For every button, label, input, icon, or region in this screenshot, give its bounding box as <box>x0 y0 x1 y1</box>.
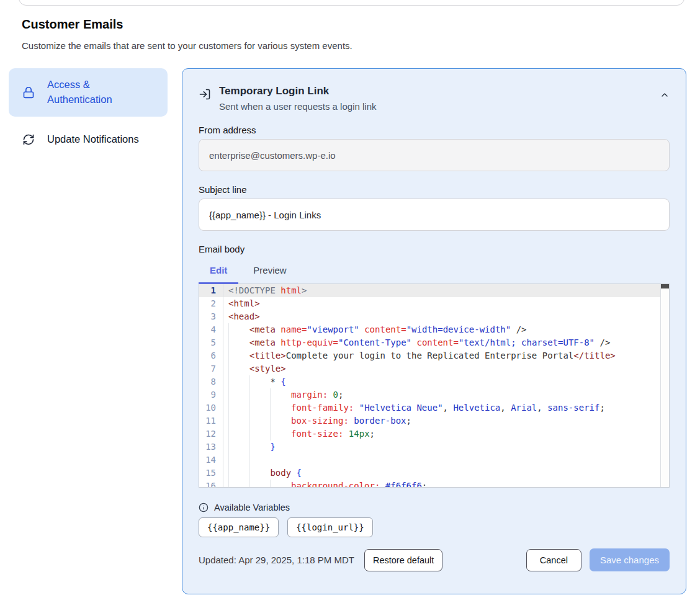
editor-line[interactable]: 8* { <box>199 375 669 388</box>
code-text: <head> <box>223 310 260 323</box>
email-body-label: Email body <box>199 244 670 254</box>
customer-emails-page: Customer Emails Customize the emails tha… <box>0 0 700 608</box>
code-text: font-family: "Helvetica Neue", Helvetica… <box>223 401 605 414</box>
code-text: <title>Complete your login to the Replic… <box>223 349 616 362</box>
subject-line-input[interactable] <box>199 199 670 231</box>
variable-chip[interactable]: {{app_name}} <box>199 517 279 537</box>
editor-scrollbar-thumb[interactable] <box>661 284 669 288</box>
code-text: font-size: 14px; <box>223 427 375 440</box>
email-types-sidebar: Access & AuthenticationUpdate Notificati… <box>9 68 168 156</box>
editor-line[interactable]: 9margin: 0; <box>199 388 669 401</box>
restore-default-button[interactable]: Restore default <box>364 549 442 571</box>
line-number: 15 <box>199 467 223 480</box>
line-number: 11 <box>199 414 223 427</box>
line-number: 2 <box>199 297 223 310</box>
cancel-button[interactable]: Cancel <box>526 549 581 571</box>
email-body-tabs: EditPreview <box>199 259 670 284</box>
line-number: 16 <box>199 480 223 488</box>
refresh-icon <box>22 133 35 146</box>
available-variables-label: Available Variables <box>214 503 290 512</box>
tab-preview[interactable]: Preview <box>242 259 297 284</box>
code-text: <meta http-equiv="Content-Type" content=… <box>223 336 610 349</box>
code-text: } <box>223 440 276 454</box>
line-number: 7 <box>199 362 223 375</box>
editor-lines: 1<!DOCTYPE html>2<html>3<head>4<meta nam… <box>199 284 669 488</box>
editor-line[interactable]: 14 <box>199 454 669 467</box>
code-text: <meta name="viewport" content="width=dev… <box>223 323 527 336</box>
sidebar-item-access-authentication[interactable]: Access & Authentication <box>9 68 168 117</box>
sidebar-item-update-notifications[interactable]: Update Notifications <box>9 123 168 156</box>
editor-line[interactable]: 5<meta http-equiv="Content-Type" content… <box>199 336 669 349</box>
code-text <box>223 454 270 467</box>
editor-line[interactable]: 13} <box>199 440 669 454</box>
updated-timestamp: Updated: Apr 29, 2025, 1:18 PM MDT <box>199 555 354 565</box>
line-number: 13 <box>199 440 223 454</box>
from-address-label: From address <box>199 125 670 135</box>
editor-line[interactable]: 16background-color: #f6f6f6; <box>199 480 669 488</box>
line-number: 9 <box>199 388 223 401</box>
sidebar-item-label: Access & Authentication <box>47 78 140 107</box>
panel-header: Temporary Login Link Sent when a user re… <box>199 85 670 112</box>
tab-edit[interactable]: Edit <box>199 259 238 284</box>
line-number: 5 <box>199 336 223 349</box>
editor-line[interactable]: 11box-sizing: border-box; <box>199 414 669 427</box>
editor-line[interactable]: 4<meta name="viewport" content="width=de… <box>199 323 669 336</box>
line-number: 8 <box>199 375 223 388</box>
code-text: body { <box>223 467 302 480</box>
editor-line[interactable]: 3<head> <box>199 310 669 323</box>
code-text: background-color: #f6f6f6; <box>223 480 427 488</box>
editor-scrollbar-track[interactable] <box>660 284 669 487</box>
panel-title: Temporary Login Link <box>219 85 376 97</box>
editor-line[interactable]: 15body { <box>199 467 669 480</box>
code-text: margin: 0; <box>223 388 343 401</box>
editor-line[interactable]: 1<!DOCTYPE html> <box>199 284 669 297</box>
editor-line[interactable]: 10font-family: "Helvetica Neue", Helveti… <box>199 401 669 414</box>
variable-chip[interactable]: {{login_url}} <box>287 517 373 537</box>
page-subtitle: Customize the emails that are sent to yo… <box>22 40 352 51</box>
previous-card-bottom-edge <box>19 0 684 6</box>
editor-line[interactable]: 2<html> <box>199 297 669 310</box>
save-changes-button[interactable]: Save changes <box>590 548 670 571</box>
chevron-up-icon[interactable] <box>660 90 670 112</box>
email-body-code-editor[interactable]: 1<!DOCTYPE html>2<html>3<head>4<meta nam… <box>199 284 670 488</box>
lock-icon <box>22 86 35 99</box>
code-text: box-sizing: border-box; <box>223 414 411 427</box>
editor-line[interactable]: 12font-size: 14px; <box>199 427 669 440</box>
line-number: 14 <box>199 454 223 467</box>
sidebar-item-label: Update Notifications <box>47 132 139 147</box>
code-text: <html> <box>223 297 260 310</box>
log-in-icon <box>199 88 211 112</box>
code-text: <style> <box>223 362 286 375</box>
line-number: 6 <box>199 349 223 362</box>
subject-line-label: Subject line <box>199 184 670 195</box>
line-number: 1 <box>199 284 223 297</box>
available-variables-row: Available Variables <box>199 503 670 512</box>
from-address-input[interactable] <box>199 139 670 171</box>
panel-footer: Updated: Apr 29, 2025, 1:18 PM MDT Resto… <box>199 548 670 571</box>
editor-line[interactable]: 6<title>Complete your login to the Repli… <box>199 349 669 362</box>
panel-header-text: Temporary Login Link Sent when a user re… <box>219 85 376 112</box>
variable-chips: {{app_name}}{{login_url}} <box>199 517 670 537</box>
info-icon <box>199 503 209 512</box>
page-title: Customer Emails <box>22 17 123 32</box>
line-number: 10 <box>199 401 223 414</box>
line-number: 12 <box>199 427 223 440</box>
code-text: <!DOCTYPE html> <box>223 284 307 297</box>
line-number: 4 <box>199 323 223 336</box>
editor-line[interactable]: 7<style> <box>199 362 669 375</box>
line-number: 3 <box>199 310 223 323</box>
panel-subtitle: Sent when a user requests a login link <box>219 101 376 112</box>
code-text: * { <box>223 375 286 388</box>
temporary-login-link-panel: Temporary Login Link Sent when a user re… <box>182 68 686 594</box>
